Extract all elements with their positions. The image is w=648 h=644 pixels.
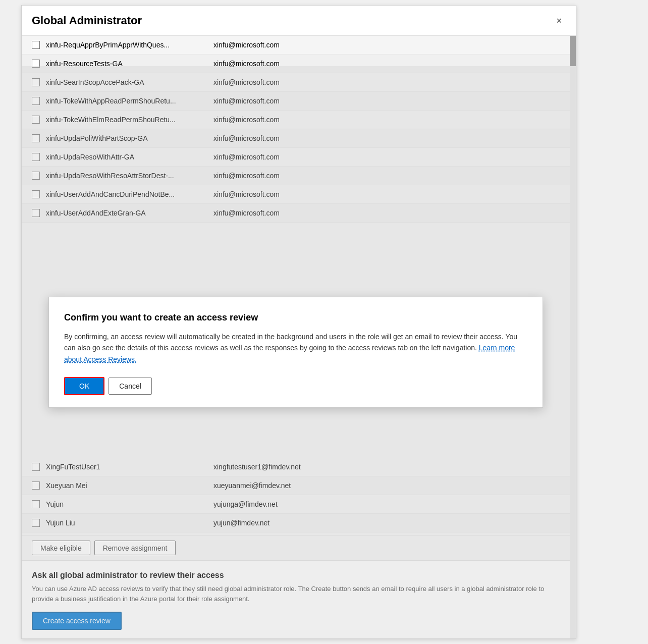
dialog-overlay: Confirm you want to create an access rev… xyxy=(22,66,570,638)
cancel-button[interactable]: Cancel xyxy=(109,378,152,395)
dialog-body: By confirming, an access review will aut… xyxy=(64,331,527,365)
dialog-title: Confirm you want to create an access rev… xyxy=(64,312,527,323)
panel-header: Global Administrator × xyxy=(22,6,576,36)
close-button[interactable]: × xyxy=(552,14,566,27)
top-list-item: xinfu-RequApprByPrimApprWithQues... xinf… xyxy=(22,36,576,55)
dialog-box: Confirm you want to create an access rev… xyxy=(48,297,543,408)
dialog-actions: OK Cancel xyxy=(64,377,527,395)
main-panel: Global Administrator × xinfu-RequApprByP… xyxy=(21,5,576,639)
scrollbar[interactable] xyxy=(570,36,576,638)
checkbox[interactable] xyxy=(32,41,40,49)
item-email: xinfu@microsoft.com xyxy=(213,41,280,49)
ok-button[interactable]: OK xyxy=(64,377,104,395)
scrollbar-thumb[interactable] xyxy=(570,36,576,66)
panel-title: Global Administrator xyxy=(32,14,142,27)
dialog-body-text: By confirming, an access review will aut… xyxy=(64,333,517,352)
item-name: xinfu-RequApprByPrimApprWithQues... xyxy=(46,41,207,49)
panel-content: xinfu-RequApprByPrimApprWithQues... xinf… xyxy=(22,36,576,638)
